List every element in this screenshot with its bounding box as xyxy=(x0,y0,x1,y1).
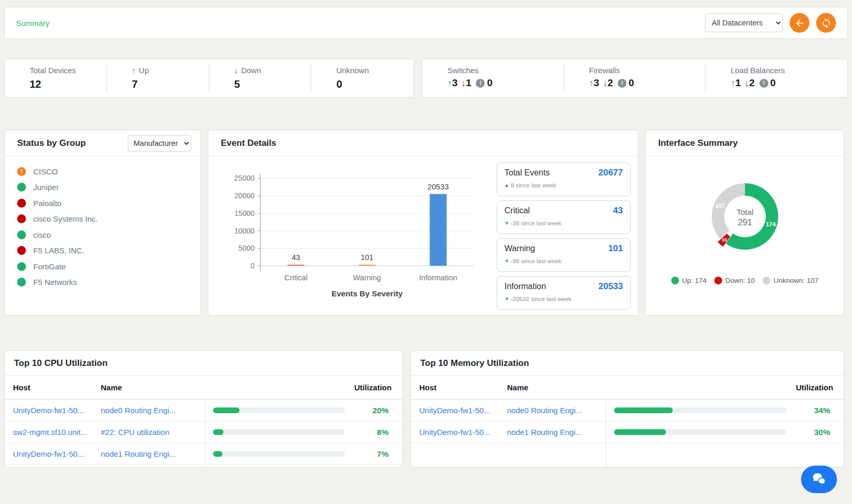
chat-bubbles-icon xyxy=(810,472,828,487)
utilization-bar xyxy=(213,429,345,435)
table-header: Host Name Utilization xyxy=(5,376,402,400)
stat-unknown: Unknown 0 xyxy=(311,59,414,97)
top-bar-actions: All Datacenters xyxy=(705,13,836,33)
unknown-icon xyxy=(476,79,485,88)
name-link[interactable]: node0 Routing Engi... xyxy=(101,406,205,415)
utilization-bar xyxy=(213,451,345,457)
group-item: cisco Systems Inc. xyxy=(17,211,188,227)
card-value: 43 xyxy=(613,206,623,216)
memory-utilization-panel: Top 10 Memory Utilization Host Name Util… xyxy=(410,350,844,468)
host-link[interactable]: sw2-mgmt.sf10.unit... xyxy=(5,428,101,437)
unknown-count: 0 xyxy=(487,77,492,89)
group-name: F5 Networks xyxy=(33,278,77,287)
utilization-bar xyxy=(213,407,345,413)
stat-up: Up 7 xyxy=(107,59,209,97)
trend-triangle-icon xyxy=(504,259,509,264)
group-filter-select[interactable]: Manufacturer xyxy=(128,135,191,152)
stat-value: 12 xyxy=(30,78,107,90)
name-link[interactable]: node1 Routing Engi... xyxy=(101,449,205,458)
table-row: UnityDemo-fw1-50... node1 Routing Engi..… xyxy=(411,421,844,443)
svg-text:Total: Total xyxy=(736,208,753,216)
interface-donut-chart: 17410107Total291 Up: 174 Down: 10 Unknow… xyxy=(646,156,844,284)
card-value: 101 xyxy=(608,243,623,254)
card-value: 20677 xyxy=(598,168,623,178)
card-delta: 9 since last week xyxy=(511,182,556,188)
stat-value: 7 xyxy=(132,78,209,90)
unknown-icon xyxy=(760,79,768,88)
host-link[interactable]: UnityDemo-fw1-50... xyxy=(5,406,101,415)
status-dot xyxy=(17,199,26,208)
card-delta: -38 since last week xyxy=(511,220,562,226)
stat-load-balancers: Load Balancers 1 2 0 xyxy=(705,59,847,97)
group-item: F5 LABS, INC. xyxy=(17,243,188,259)
col-name: Name xyxy=(101,383,205,392)
name-link[interactable]: node1 Routing Engi... xyxy=(507,428,606,437)
trend-triangle-icon xyxy=(504,297,509,302)
events-by-severity-chart: 050001000015000200002500043Critical101Wa… xyxy=(211,161,497,311)
host-link[interactable]: UnityDemo-fw1-50... xyxy=(411,406,507,415)
information-card: Information20533 -20532 since last week xyxy=(497,276,631,310)
utilization-value: 34% xyxy=(796,406,844,415)
stat-label: Switches xyxy=(447,66,564,75)
down-count: 2 xyxy=(749,77,755,89)
status-dot xyxy=(17,167,26,176)
card-value: 20533 xyxy=(598,281,623,292)
event-cards: Total Events20677 9 since last week Crit… xyxy=(497,161,631,311)
status-dot xyxy=(17,278,26,287)
utilization-value: 30% xyxy=(796,428,844,437)
group-list: CISCO Juniper Paloalto cisco Systems Inc… xyxy=(5,156,201,290)
legend-label: Unknown: 107 xyxy=(774,277,818,284)
stat-value: 5 xyxy=(234,78,312,90)
up-count: 3 xyxy=(452,77,458,89)
donut-legend: Up: 174 Down: 10 Unknown: 107 xyxy=(671,277,819,284)
svg-text:101: 101 xyxy=(361,253,373,262)
host-link[interactable]: UnityDemo-fw1-50... xyxy=(5,449,101,458)
card-label: Information xyxy=(504,282,546,291)
unknown-count: 0 xyxy=(629,77,634,89)
group-item: FortiGate xyxy=(17,258,188,275)
svg-text:5000: 5000 xyxy=(238,244,255,252)
arrow-left-icon xyxy=(794,18,805,29)
panel-title: Interface Summary xyxy=(658,138,738,148)
svg-text:43: 43 xyxy=(291,253,300,262)
name-link[interactable]: #22: CPU utilization xyxy=(101,428,205,437)
svg-text:20000: 20000 xyxy=(234,192,255,200)
group-item: Paloalto xyxy=(17,195,188,211)
card-label: Total Events xyxy=(504,168,550,178)
stat-down: Down 5 xyxy=(209,59,312,97)
up-arrow-icon xyxy=(730,78,735,89)
down-count: 1 xyxy=(466,77,472,89)
status-dot xyxy=(17,183,26,192)
svg-text:Information: Information xyxy=(419,274,457,282)
stat-value: 0 xyxy=(336,78,414,90)
panel-title: Status by Group xyxy=(17,138,86,148)
datacenter-select[interactable]: All Datacenters xyxy=(705,13,783,32)
svg-text:20533: 20533 xyxy=(428,183,449,191)
group-name: CISCO xyxy=(33,167,58,176)
refresh-button[interactable] xyxy=(816,13,836,33)
down-arrow-icon xyxy=(461,78,466,89)
main-row: Status by Group Manufacturer CISCO Junip… xyxy=(4,130,844,316)
card-delta: -98 since last week xyxy=(511,258,562,264)
col-host: Host xyxy=(5,383,101,392)
cpu-utilization-panel: Top 10 CPU Utilization Host Name Utiliza… xyxy=(4,350,403,468)
trend-triangle-icon xyxy=(504,221,509,226)
stat-label: Firewalls xyxy=(589,66,706,75)
group-name: cisco xyxy=(33,230,51,239)
up-count: 3 xyxy=(594,77,600,89)
stat-label: Unknown xyxy=(336,66,414,75)
utilization-value: 8% xyxy=(354,428,402,437)
svg-text:Warning: Warning xyxy=(353,274,381,282)
table-row: sw2-mgmt.sf10.unit... #22: CPU utilizati… xyxy=(5,421,402,443)
interface-summary-panel: Interface Summary 17410107Total291 Up: 1… xyxy=(645,130,844,316)
card-label: Warning xyxy=(504,244,535,253)
name-link[interactable]: node0 Routing Engi... xyxy=(507,406,606,415)
up-arrow-icon xyxy=(589,78,594,89)
group-item: Juniper xyxy=(17,180,188,196)
unknown-legend-dot xyxy=(763,277,770,284)
chat-button[interactable] xyxy=(801,466,837,493)
host-link[interactable]: UnityDemo-fw1-50... xyxy=(411,428,507,437)
back-button[interactable] xyxy=(790,13,809,33)
svg-text:Events By Severity: Events By Severity xyxy=(331,289,403,298)
table-header: Host Name Utilization xyxy=(411,376,844,400)
